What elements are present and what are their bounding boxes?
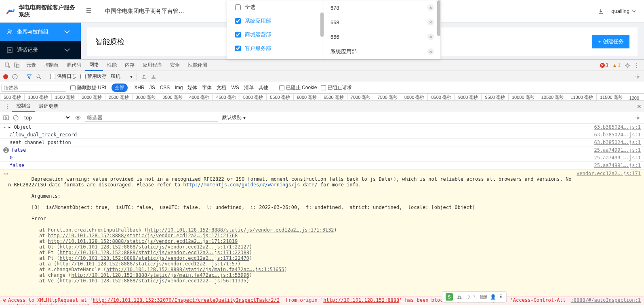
devtools-tab-内存[interactable]: 内存 — [121, 60, 139, 71]
link[interactable]: http://10.101.128.152:8888/static/js/ven… — [59, 244, 249, 250]
drawer-menu-icon[interactable]: ⋮ — [2, 104, 12, 109]
dropdown-item[interactable]: 客户服务部 — [227, 42, 324, 55]
blocked-requests-checkbox[interactable]: 已阻止请求 — [321, 84, 352, 91]
sidebar-item-seats[interactable]: 坐席与技能组 — [0, 23, 81, 41]
comma-icon[interactable]: °, — [474, 294, 477, 300]
record-button[interactable] — [3, 74, 8, 79]
source-link[interactable]: vendor.ecd12a2….js:171 — [572, 171, 641, 176]
source-link[interactable]: 25.aa74991….js:1 — [590, 147, 641, 153]
dropdown-item[interactable]: 商城运营部 — [227, 28, 324, 42]
link[interactable]: http://10.101.128.152:32070/Inspect/crea… — [93, 297, 280, 303]
filter-type[interactable]: WS — [229, 85, 241, 90]
warn-count-badge[interactable]: ▲1 — [612, 63, 621, 68]
gear-icon[interactable] — [625, 63, 630, 68]
scrollbar[interactable] — [437, 0, 440, 36]
drawer-close-button[interactable]: ✕ — [637, 103, 642, 110]
device-toggle-icon[interactable] — [14, 63, 19, 68]
clear-console-icon[interactable] — [13, 115, 19, 121]
drawer-tab[interactable]: 最近更新 — [35, 101, 62, 112]
filter-type[interactable]: CSS — [158, 85, 173, 90]
scrollbar[interactable] — [320, 13, 324, 37]
link[interactable]: http://10.101.128.152:8888/static/js/ven… — [147, 227, 334, 233]
devtools-tab-网络[interactable]: 网络 — [85, 60, 103, 71]
context-select[interactable]: top — [23, 114, 71, 121]
download-icon[interactable] — [598, 8, 604, 15]
link[interactable]: http://10.101.128.152:8888/static/js/ven… — [57, 261, 238, 267]
link[interactable]: http://10.101.128.152:8888/static/js/ven… — [59, 250, 249, 255]
gear-icon[interactable] — [635, 74, 641, 79]
clear-icon[interactable] — [12, 74, 18, 79]
link[interactable]: http://10.101.128.152:8888/static/js/mai… — [71, 272, 249, 278]
devtools-tab-性能[interactable]: 性能 — [103, 60, 121, 71]
link[interactable]: http://10.101.128.152:8888/static/js/mai… — [106, 267, 284, 272]
user-menu[interactable]: quailing — [611, 8, 636, 14]
checkbox[interactable] — [235, 18, 241, 24]
download-icon[interactable] — [151, 74, 156, 79]
log-level-select[interactable]: 默认级别 ▾ — [222, 114, 246, 121]
filter-type-all[interactable]: 全部 — [112, 84, 128, 92]
devtools-tab-性能评测[interactable]: 性能评测 — [184, 60, 211, 71]
filter-type[interactable]: 清单 — [242, 85, 256, 90]
devtools-tab-控制台[interactable]: 控制台 — [40, 60, 63, 71]
remove-tag-button[interactable]: ✕ — [427, 19, 434, 25]
filter-type[interactable]: XHR — [132, 85, 147, 90]
remove-tag-button[interactable]: ✕ — [427, 4, 434, 11]
dropdown-item-select-all[interactable]: 全选 — [227, 0, 324, 14]
ime-toolbar[interactable]: S 五 ☽ °, ⌨ 👤 ⠿ — [442, 291, 507, 303]
eye-icon[interactable] — [75, 115, 81, 121]
checkbox[interactable] — [235, 32, 241, 38]
upload-icon[interactable] — [141, 74, 147, 79]
preserve-log-checkbox[interactable]: 保留日志 — [50, 73, 76, 80]
more-icon[interactable]: ⋮ — [634, 63, 639, 68]
blocked-cookies-checkbox[interactable]: 已阻止 Cookie — [279, 84, 317, 91]
moon-icon[interactable]: ☽ — [466, 294, 470, 300]
dropdown-item[interactable]: 系统应用部 — [227, 14, 324, 28]
filter-type[interactable]: 文档 — [214, 85, 229, 90]
link[interactable]: http://10.101.128.152:8888/static/js/ven… — [59, 278, 246, 284]
search-icon[interactable] — [36, 74, 42, 79]
sidebar-item-call-log[interactable]: 通话记录 — [0, 41, 81, 59]
link[interactable]: http://momentjs.com/guides/#/warnings/js… — [183, 182, 317, 188]
filter-type[interactable]: 字体 — [200, 85, 214, 90]
link[interactable]: http://10.101.128.152:8888/static/js/ven… — [48, 238, 238, 244]
source-link[interactable]: 25.aa74991….js:1 — [590, 163, 641, 168]
devtools-tab-安全[interactable]: 安全 — [166, 60, 184, 71]
disable-cache-checkbox[interactable]: 禁用缓存 — [80, 73, 107, 80]
link[interactable]: http://10.101.128.152:8888/static/js/ven… — [48, 233, 238, 238]
keyboard-icon[interactable]: ⌨ — [480, 294, 487, 300]
grid-icon[interactable]: ⠿ — [499, 294, 503, 300]
throttle-select[interactable]: 联机▾ — [111, 73, 133, 80]
link[interactable]: http://10.101.128.152:8888/static/js/ven… — [59, 255, 249, 261]
create-task-button[interactable]: + 创建任务 — [592, 35, 629, 48]
filter-input[interactable] — [2, 84, 66, 92]
network-timeline[interactable]: 500 毫秒1000 毫秒1500 毫秒2000 毫秒2500 毫秒3000 毫… — [0, 94, 644, 101]
filter-type[interactable]: Img — [172, 85, 185, 90]
devtools-tab-应用程序[interactable]: 应用程序 — [139, 60, 166, 71]
link[interactable]: http://10.101.128.152:8888 — [323, 297, 399, 303]
error-count-badge[interactable]: ✕3 — [600, 63, 608, 68]
filter-type[interactable]: JS — [147, 85, 158, 90]
devtools-tab-源代码[interactable]: 源代码 — [63, 60, 85, 71]
checkbox[interactable] — [235, 46, 241, 51]
hide-data-urls-checkbox[interactable]: 隐藏数据 URL — [70, 84, 107, 91]
source-link[interactable]: 63.b385024….js:1 — [590, 124, 641, 130]
source-link[interactable]: 63.b385024….js:1 — [590, 132, 641, 138]
drawer-tab[interactable]: 控制台 — [12, 101, 35, 112]
filter-type[interactable]: 其他 — [256, 85, 271, 90]
devtools-tab-元素[interactable]: 元素 — [22, 60, 40, 71]
sidebar-collapse-button[interactable] — [81, 7, 97, 15]
ime-mode[interactable]: 五 — [457, 294, 462, 301]
remove-tag-button[interactable]: ✕ — [427, 48, 434, 55]
inspect-icon[interactable] — [5, 63, 11, 68]
filter-type[interactable]: 媒体 — [185, 85, 200, 90]
source-link[interactable]: :8888/#/autoInspection:1 — [567, 297, 641, 303]
person-icon[interactable]: 👤 — [490, 294, 496, 300]
source-link[interactable]: 63.b385024….js:1 — [590, 140, 641, 145]
gear-icon[interactable] — [635, 115, 641, 121]
source-link[interactable]: 25.aa74991….js:1 — [590, 155, 641, 161]
checkbox[interactable] — [235, 4, 241, 10]
remove-tag-button[interactable]: ✕ — [427, 33, 434, 40]
filter-icon[interactable] — [26, 74, 32, 79]
console-filter-input[interactable] — [85, 114, 218, 122]
sidebar-toggle-icon[interactable] — [3, 115, 9, 121]
